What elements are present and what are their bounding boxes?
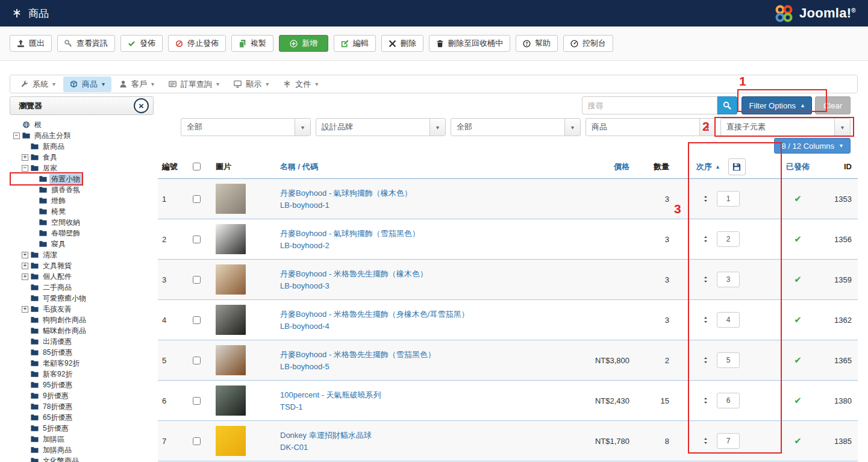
tree-expander-icon[interactable]: + — [22, 154, 28, 161]
filter-select[interactable]: 商品 ▾ — [585, 118, 716, 136]
menu-item[interactable]: 商品 ▾ — [63, 76, 111, 92]
select-all-checkbox[interactable] — [193, 163, 201, 170]
category-label[interactable]: 燈飾 — [49, 196, 67, 206]
category-label[interactable]: 商品主分類 — [33, 131, 72, 141]
order-input[interactable] — [717, 433, 740, 449]
clear-button[interactable]: Clear — [815, 96, 851, 114]
product-sku-link[interactable]: LB-boyhood-4 — [280, 321, 329, 331]
product-sku-link[interactable]: DK-C01 — [280, 442, 308, 452]
category-label[interactable]: 加購區 — [41, 434, 66, 445]
product-name-link[interactable]: 100percent - 天氣瓶破曉系列 — [280, 390, 381, 400]
category-label[interactable]: 春聯壁飾 — [49, 228, 82, 239]
product-image[interactable] — [216, 224, 246, 254]
category-label[interactable]: 可愛療癒小物 — [41, 293, 88, 304]
toolbar-button[interactable]: 刪除 — [381, 35, 423, 52]
header-name-sort[interactable]: 名稱 / 代碼 — [273, 161, 563, 172]
category-label[interactable]: 清潔 — [41, 250, 59, 260]
published-check-icon[interactable]: ✔ — [794, 395, 802, 406]
category-label[interactable]: 食具 — [41, 152, 59, 163]
category-label[interactable]: 5折優惠 — [41, 423, 70, 434]
tree-item[interactable]: 椅凳 — [11, 206, 67, 217]
product-name-link[interactable]: 丹麥Boyhood - 米格魯先生擺飾（雪茄黑色） — [280, 349, 436, 360]
category-label[interactable]: 佈置小物 — [49, 174, 82, 184]
chevron-down-icon[interactable]: ▾ — [699, 119, 715, 136]
columns-button[interactable]: 8 / 12 Columns ▾ — [774, 138, 851, 154]
search-input[interactable] — [582, 96, 717, 114]
tree-item[interactable]: 佈置小物 — [11, 173, 82, 184]
order-input[interactable] — [717, 272, 740, 287]
header-id[interactable]: ID — [826, 162, 858, 171]
tree-item[interactable]: 狗狗創作商品 — [11, 314, 88, 325]
drag-reorder-icon[interactable] — [702, 316, 709, 324]
tree-item[interactable]: 老顧客92折 — [11, 358, 81, 369]
category-label[interactable]: 貓咪創作商品 — [41, 326, 88, 336]
filter-select[interactable]: 全部 ▾ — [181, 118, 311, 136]
tree-expander-icon[interactable]: + — [22, 306, 28, 313]
toolbar-button[interactable]: 停止發佈 — [168, 35, 226, 52]
filter-select[interactable]: 全部 ▾ — [451, 118, 581, 136]
toolbar-button[interactable]: 複製 — [231, 35, 273, 52]
tree-expander-icon[interactable]: − — [13, 133, 20, 139]
chevron-down-icon[interactable]: ▾ — [834, 119, 850, 136]
drag-reorder-icon[interactable] — [702, 195, 709, 203]
order-input[interactable] — [717, 312, 740, 328]
toolbar-button[interactable]: 發佈 — [120, 35, 163, 52]
chevron-down-icon[interactable]: ▾ — [564, 119, 580, 136]
order-input[interactable] — [717, 191, 740, 207]
tree-expander-icon[interactable]: + — [22, 263, 28, 269]
product-sku-link[interactable]: LB-boyhood-2 — [280, 240, 329, 251]
menu-item[interactable]: 顯示 ▾ — [227, 76, 275, 92]
published-check-icon[interactable]: ✔ — [794, 314, 802, 325]
tree-item[interactable]: + 清潔 — [11, 249, 59, 260]
published-check-icon[interactable]: ✔ — [794, 355, 802, 366]
tree-item[interactable]: 新客92折 — [11, 369, 74, 379]
tree-item[interactable]: 5折優惠 — [11, 423, 70, 434]
category-label[interactable]: 新商品 — [41, 142, 66, 152]
order-input[interactable] — [717, 231, 740, 247]
drag-reorder-icon[interactable] — [702, 275, 709, 284]
tree-item[interactable]: 燈飾 — [11, 195, 67, 206]
product-image[interactable] — [216, 345, 246, 375]
tree-item[interactable]: 二手商品 — [11, 282, 73, 293]
tree-item[interactable]: 加購區 — [11, 434, 66, 445]
filter-select[interactable]: 直接子元素 ▾ — [720, 118, 851, 136]
order-input[interactable] — [717, 352, 740, 368]
product-name-link[interactable]: 丹麥Boyhood - 米格魯先生擺飾（橡木色） — [280, 269, 428, 279]
product-image[interactable] — [216, 264, 246, 295]
category-label[interactable]: 居家 — [41, 163, 59, 173]
menu-item[interactable]: 訂單查詢 ▾ — [162, 76, 226, 92]
tree-item[interactable]: 春聯壁飾 — [11, 228, 82, 239]
menu-item[interactable]: 文件 ▾ — [276, 76, 325, 92]
close-browser-icon[interactable]: × — [134, 98, 149, 113]
header-qty[interactable]: 數量 — [629, 161, 673, 172]
tree-item[interactable]: 可愛療癒小物 — [11, 293, 88, 304]
menu-item[interactable]: 系統 ▾ — [14, 76, 62, 92]
tree-item[interactable]: + 文具雜貨 — [11, 260, 73, 271]
header-order-sort[interactable]: 次序 — [696, 161, 712, 172]
toolbar-button[interactable]: 匯出 — [10, 35, 52, 52]
tree-item[interactable]: 空間收納 — [11, 217, 82, 228]
category-label[interactable]: 寢具 — [49, 239, 67, 249]
category-label[interactable]: 文具雜貨 — [41, 261, 73, 271]
tree-item[interactable]: 寢具 — [11, 239, 67, 249]
filter-select[interactable]: 設計品牌 ▾ — [316, 118, 446, 136]
product-sku-link[interactable]: LB-boyhood-1 — [280, 200, 329, 210]
product-image[interactable] — [216, 426, 246, 456]
tree-item[interactable]: 出清優惠 — [11, 336, 73, 347]
toolbar-button[interactable]: 控制台 — [563, 35, 613, 52]
category-label[interactable]: 95折優惠 — [41, 380, 74, 390]
drag-reorder-icon[interactable] — [702, 356, 709, 364]
category-label[interactable]: 二手商品 — [41, 283, 73, 293]
tree-item[interactable]: + 個人配件 — [11, 271, 73, 282]
category-label[interactable]: 新客92折 — [41, 369, 74, 379]
tree-item[interactable]: 文化幣商品 — [11, 455, 81, 462]
category-label[interactable]: 狗狗創作商品 — [41, 315, 88, 325]
row-checkbox[interactable] — [193, 236, 201, 243]
tree-item[interactable]: + 毛孩友善 — [11, 304, 73, 314]
product-name-link[interactable]: Donkey 幸運招財貓水晶球 — [280, 430, 372, 440]
product-image[interactable] — [216, 305, 246, 335]
product-sku-link[interactable]: TSD-1 — [280, 402, 303, 412]
category-label[interactable]: 空間收納 — [49, 217, 82, 228]
row-checkbox[interactable] — [193, 276, 201, 284]
category-label[interactable]: 9折優惠 — [41, 391, 70, 401]
